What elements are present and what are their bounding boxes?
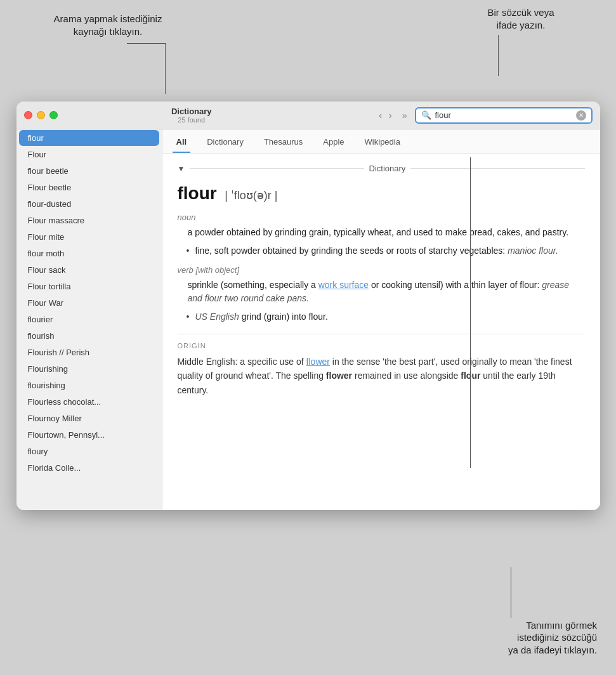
annotation-line-left-h — [127, 43, 166, 44]
titlebar: Dictionary 25 found ‹ › » 🔍 ✕ — [16, 102, 600, 129]
sidebar-item[interactable]: Flourless chocolat... — [19, 394, 159, 410]
noun-def-1: a powder obtained by grinding grain, typ… — [188, 226, 585, 239]
origin-text-3: remained in use alongside — [352, 370, 461, 381]
annotation-source-label: Arama yapmak istediğiniz kaynağı tıklayı… — [51, 13, 165, 37]
verb-def-text-1: sprinkle (something, especially a — [188, 280, 316, 290]
titlebar-right: ‹ › » 🔍 ✕ — [376, 107, 592, 124]
collapse-triangle[interactable]: ▼ — [178, 164, 185, 173]
word-title[interactable]: flour — [178, 183, 217, 203]
search-input[interactable] — [435, 110, 572, 120]
header-line-right — [410, 168, 584, 169]
origin-bold-1: flower — [326, 370, 352, 381]
tab-dictionary[interactable]: Dictionary — [203, 134, 247, 153]
section-title: Dictionary — [369, 164, 406, 173]
window-title: Dictionary — [171, 107, 212, 116]
sidebar-item[interactable]: flour — [19, 130, 159, 146]
origin-text-1: Middle English: a specific use of — [178, 357, 306, 367]
sidebar-item[interactable]: Flourish // Perish — [19, 344, 159, 360]
annotation-click-label: Tanımını görmek istediğiniz sözcüğü ya d… — [457, 619, 597, 657]
sidebar-item[interactable]: Flournoy Miller — [19, 410, 159, 426]
pos-verb-label: verb [with object] — [178, 265, 585, 275]
tab-bar: AllDictionaryThesaurusAppleWikipedia — [162, 129, 600, 154]
origin-bold-2: flour — [461, 370, 480, 381]
content-area: flourFlourflour beetleFlour beetleflour-… — [16, 129, 600, 510]
noun-bullet-example: manioc flour. — [508, 246, 558, 256]
nav-back-button[interactable]: ‹ — [376, 108, 384, 122]
verb-note: [with object] — [195, 265, 239, 275]
verb-bullet-us: US English — [195, 311, 239, 322]
sidebar-item[interactable]: Flourtown, Pennsyl... — [19, 427, 159, 443]
nav-forward-button[interactable]: › — [386, 108, 394, 122]
sidebar-item[interactable]: flourier — [19, 311, 159, 327]
origin-text: Middle English: a specific use of flower… — [178, 355, 585, 397]
sidebar-item[interactable]: flour moth — [19, 246, 159, 261]
nav-arrows: ‹ › — [376, 108, 395, 122]
verb-bullet-1: US English grind (grain) into flour. — [195, 310, 585, 324]
sidebar-item[interactable]: Flour beetle — [19, 180, 159, 195]
sidebar: flourFlourflour beetleFlour beetleflour-… — [16, 129, 162, 510]
titlebar-center: Dictionary 25 found — [16, 107, 377, 124]
sidebar-item[interactable]: flourishing — [19, 377, 159, 393]
verb-bullet-cont: grind (grain) into flour. — [242, 311, 328, 322]
sidebar-item[interactable]: Flour tortilla — [19, 279, 159, 294]
tab-all[interactable]: All — [173, 134, 191, 153]
search-box: 🔍 ✕ — [415, 107, 593, 124]
noun-bullet-1: fine, soft powder obtained by grinding t… — [195, 244, 585, 258]
main-content: AllDictionaryThesaurusAppleWikipedia ▼ D… — [162, 129, 600, 510]
word-header: flour | ˈfloʊ(ə)r | — [178, 183, 585, 204]
search-icon: 🔍 — [421, 110, 431, 120]
annotation-search-label: Bir sözcük veya ifade yazın. — [464, 6, 578, 31]
origin-section: ORIGIN Middle English: a specific use of… — [178, 334, 585, 397]
tab-apple[interactable]: Apple — [319, 134, 348, 153]
sidebar-item[interactable]: Flour — [19, 147, 159, 162]
origin-label: ORIGIN — [178, 342, 585, 350]
dict-content: ▼ Dictionary flour | ˈfloʊ(ə)r | noun a … — [162, 154, 600, 412]
sidebar-item[interactable]: flour-dusted — [19, 196, 159, 212]
word-pronunciation: | ˈfloʊ(ə)r | — [225, 189, 277, 202]
sidebar-item[interactable]: Flour sack — [19, 262, 159, 278]
flower-link[interactable]: flower — [306, 357, 330, 367]
sidebar-item[interactable]: floury — [19, 443, 159, 459]
sidebar-item[interactable]: Flour massacre — [19, 213, 159, 228]
noun-bullet-text: fine, soft powder obtained by grinding t… — [195, 246, 506, 256]
section-header: ▼ Dictionary — [178, 164, 585, 173]
sidebar-item[interactable]: Florida Colle... — [19, 460, 159, 476]
header-line-left — [190, 168, 364, 169]
annotation-line-bottom — [511, 567, 511, 618]
window-subtitle: 25 found — [178, 116, 205, 124]
chevron-right-icon: » — [402, 110, 407, 121]
verb-def-1: sprinkle (something, especially a work s… — [188, 279, 585, 305]
sidebar-item[interactable]: Flour mite — [19, 229, 159, 245]
sidebar-item[interactable]: Flour War — [19, 295, 159, 311]
sidebar-item[interactable]: Flourishing — [19, 361, 159, 377]
tab-thesaurus[interactable]: Thesaurus — [260, 134, 306, 153]
pos-noun-label: noun — [178, 213, 585, 222]
app-window: Dictionary 25 found ‹ › » 🔍 ✕ — [16, 102, 600, 510]
search-clear-button[interactable]: ✕ — [576, 110, 586, 121]
tab-wikipedia[interactable]: Wikipedia — [361, 134, 404, 153]
sidebar-item[interactable]: flour beetle — [19, 163, 159, 179]
work-surface-link[interactable]: work surface — [318, 280, 369, 290]
sidebar-item[interactable]: flourish — [19, 328, 159, 344]
verb-def-text-2: or cooking utensil) with a thin layer of… — [371, 280, 539, 290]
